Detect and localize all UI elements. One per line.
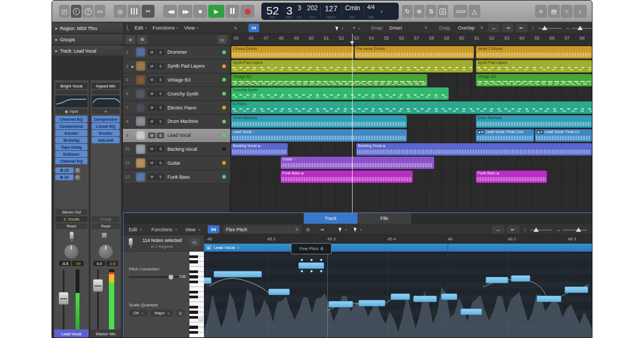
edit-menu[interactable]: Edit∨ [134, 25, 147, 31]
black-key[interactable] [189, 331, 198, 334]
track-row[interactable]: 8MSDrum Machine [123, 115, 230, 129]
solo-button[interactable]: S [437, 5, 448, 18]
flex-pitch-lane[interactable] [204, 252, 592, 337]
region[interactable]: ▶BLead Vocal: Final Com [476, 129, 534, 142]
region[interactable]: Funk Bass⊞ [476, 171, 547, 183]
duplicate-track-button[interactable]: ⧉ [137, 35, 147, 44]
track-row[interactable]: 2▶MSSynth Pad Layers [123, 60, 230, 74]
track-solo-button[interactable]: S [157, 146, 164, 152]
track-row[interactable]: 12MSFunk Bass [123, 170, 230, 184]
scale-quantize-root-select[interactable]: Off∨ [129, 310, 148, 317]
eq-thumbnail[interactable] [55, 95, 87, 107]
drag-stepper-icon[interactable]: ⇅ [480, 24, 484, 32]
plugin-slot[interactable]: Channel EQ [55, 158, 87, 164]
send-slot[interactable]: B 15 [55, 167, 74, 173]
black-key[interactable] [189, 260, 198, 263]
track-solo-button[interactable]: S [157, 91, 164, 97]
track-row[interactable]: 5MSVintage B3 [123, 74, 230, 87]
metronome-button[interactable]: △ [469, 5, 480, 18]
region[interactable]: E-Piano [231, 101, 592, 114]
volume-fader[interactable] [57, 269, 71, 332]
flex-note[interactable] [268, 289, 290, 295]
region[interactable]: Verse 2 Drums [476, 46, 592, 58]
volume-fader[interactable] [92, 269, 106, 332]
track-solo-button[interactable]: S [157, 133, 164, 138]
track-solo-button[interactable]: S [157, 174, 164, 180]
inspector-button[interactable]: i [71, 5, 82, 18]
midi-in-button[interactable]: ⊙ [306, 225, 310, 233]
comp-badge[interactable]: ▶A [537, 130, 544, 134]
count-in-button[interactable]: 1234 [453, 5, 467, 18]
region[interactable]: Crunchy Synth [231, 87, 449, 100]
media-browser-button[interactable]: ◰ [59, 5, 70, 18]
drag-select[interactable]: Overlap [458, 24, 475, 32]
list-editors-button[interactable]: ≡ [535, 5, 547, 18]
track-row[interactable]: 7MSElectric Piano [123, 101, 230, 115]
track-row[interactable]: 6MSCrunchy Synth [123, 87, 230, 101]
track-mute-button[interactable]: M [148, 160, 156, 166]
automation-mode[interactable]: Read [55, 223, 87, 229]
track-inspector-header[interactable]: ▶Track: Lead Vocal [52, 46, 123, 56]
flex-note-hotspot[interactable] [320, 270, 323, 273]
editor-v-zoom-slider[interactable] [530, 225, 552, 233]
rewind-button[interactable]: ◀◀ [163, 5, 177, 18]
flex-note-hotspot[interactable] [320, 259, 323, 261]
flex-note[interactable] [441, 293, 457, 300]
strip-footer-output[interactable]: Master Mix [91, 329, 121, 338]
vertical-zoom-slider[interactable] [538, 24, 562, 32]
track-mute-button[interactable]: M [148, 91, 156, 97]
track-mute-button[interactable]: M [148, 105, 156, 111]
black-key[interactable] [189, 306, 198, 309]
quantize-button[interactable]: Q [176, 310, 185, 317]
flex-note[interactable] [565, 286, 588, 293]
flex-note[interactable] [486, 277, 508, 283]
pause-button[interactable] [225, 5, 239, 18]
plugin-slot[interactable]: Exciter [55, 130, 87, 136]
track-solo-button[interactable]: S [157, 77, 164, 83]
horizontal-zoom-slider[interactable] [572, 24, 592, 32]
send-knob[interactable] [75, 168, 80, 173]
eq-thumbnail[interactable] [92, 95, 120, 107]
strip-setting-button[interactable] [92, 90, 120, 94]
add-track-button[interactable]: + [126, 35, 135, 44]
track-solo-button[interactable]: S [157, 160, 164, 166]
waveform-zoom-button[interactable]: ↔ [488, 24, 500, 32]
stereo-slot[interactable]: ∞ [92, 108, 120, 114]
flex-note-hotspot[interactable] [310, 270, 313, 273]
region-play-icon[interactable]: ▶ [206, 245, 211, 250]
region[interactable]: Drum Machine [476, 115, 592, 128]
pointer-tool-menu[interactable]: ∨ [336, 24, 343, 32]
toolbar-button[interactable]: ▭ [94, 5, 105, 18]
editor-wave-zoom-button[interactable]: ↔ [492, 225, 504, 233]
flex-note[interactable] [511, 275, 530, 282]
snap-select[interactable]: Smart [389, 24, 402, 32]
region[interactable]: Vintage B3 [476, 74, 592, 86]
search-button[interactable]: ○ [561, 5, 573, 18]
editor-pointer-menu[interactable]: ∨ [339, 225, 347, 233]
tab-file[interactable]: File [357, 213, 411, 224]
group-slot[interactable]: 1: Vocals [55, 216, 87, 222]
track-solo-button[interactable]: S [157, 119, 164, 124]
track-mute-button[interactable]: M [148, 119, 156, 124]
editor-display-button[interactable]: ▭ [190, 238, 199, 246]
editor-region-header[interactable]: ▶ Lead Vocal ○ [204, 244, 592, 252]
plugin-slot[interactable]: Channel EQ [55, 116, 87, 122]
track-mute-button[interactable]: M [148, 49, 156, 55]
editor-pointer-menu-2[interactable]: ∨ [354, 225, 362, 233]
region[interactable]: Guitar○ [281, 157, 434, 169]
pan-knob[interactable] [99, 245, 113, 259]
editor-edit-menu[interactable]: Edit∨ [129, 225, 142, 233]
send-knob[interactable] [75, 175, 80, 180]
plugin-slot[interactable]: Compressor [92, 116, 120, 122]
automation-icon[interactable]: ∿ [233, 24, 238, 32]
plugin-slot[interactable]: DeEsser [55, 151, 87, 157]
tab-track[interactable]: Track [304, 213, 357, 224]
cycle-button[interactable]: ↻ [402, 5, 413, 18]
flex-mode-select[interactable]: Flex Pitch⇅ [223, 225, 301, 233]
plugin-slot[interactable]: AdLimit [92, 137, 120, 143]
track-solo-button[interactable]: S [157, 49, 164, 55]
lcd-chevron-icon[interactable]: ∨ [378, 9, 385, 14]
flex-note[interactable] [328, 301, 353, 307]
track-row[interactable]: 11MSGuitar [123, 156, 230, 170]
scale-quantize-scale-select[interactable]: Major∨ [150, 310, 174, 317]
